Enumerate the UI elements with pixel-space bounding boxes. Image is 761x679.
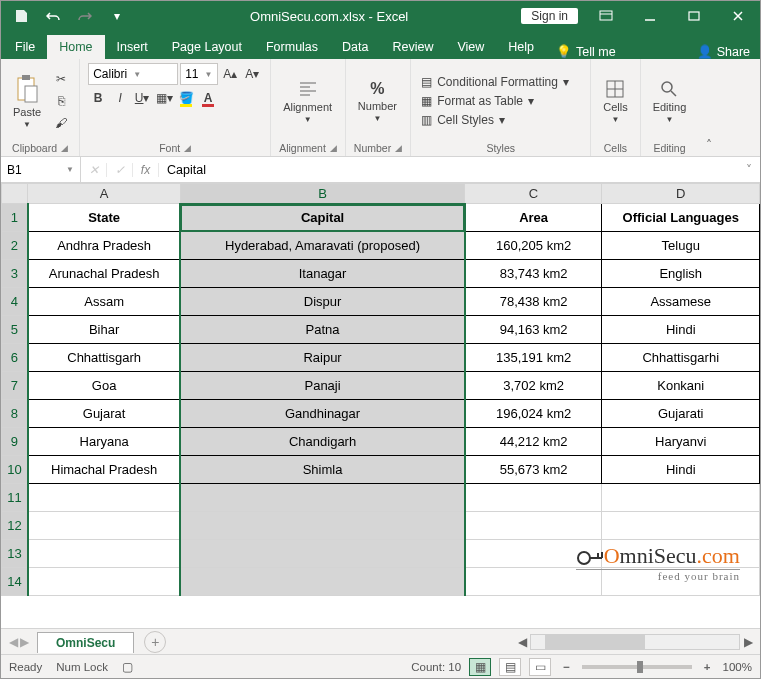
cell-B14[interactable] <box>180 568 465 596</box>
redo-icon[interactable] <box>71 2 99 30</box>
cell-B10[interactable]: Shimla <box>180 456 465 484</box>
cell-A11[interactable] <box>28 484 180 512</box>
font-color-button[interactable]: A <box>198 88 218 108</box>
number-dialog-icon[interactable]: ◢ <box>395 143 402 153</box>
cell-C9[interactable]: 44,212 km2 <box>465 428 602 456</box>
collapse-ribbon-icon[interactable]: ˄ <box>698 59 720 156</box>
row-header-3[interactable]: 3 <box>2 260 28 288</box>
zoom-in-button[interactable]: + <box>700 661 715 673</box>
tab-formulas[interactable]: Formulas <box>254 35 330 59</box>
fill-color-button[interactable]: 🪣 <box>176 88 196 108</box>
cell-D8[interactable]: Gujarati <box>602 400 760 428</box>
alignment-button[interactable]: Alignment▼ <box>279 75 336 128</box>
new-sheet-button[interactable]: + <box>144 631 166 653</box>
cell-D11[interactable] <box>602 484 760 512</box>
row-header-8[interactable]: 8 <box>2 400 28 428</box>
formula-input[interactable]: Capital <box>159 157 738 182</box>
font-name-select[interactable]: Calibri▼ <box>88 63 178 85</box>
col-header-A[interactable]: A <box>28 184 180 204</box>
col-header-D[interactable]: D <box>602 184 760 204</box>
sign-in-button[interactable]: Sign in <box>521 8 578 24</box>
cell-A5[interactable]: Bihar <box>28 316 180 344</box>
conditional-formatting-button[interactable]: ▤Conditional Formatting▾ <box>419 74 571 90</box>
cell-A14[interactable] <box>28 568 180 596</box>
bold-button[interactable]: B <box>88 88 108 108</box>
cell-A13[interactable] <box>28 540 180 568</box>
cell-B4[interactable]: Dispur <box>180 288 465 316</box>
scroll-right-icon[interactable]: ▶ <box>740 634 756 650</box>
row-header-12[interactable]: 12 <box>2 512 28 540</box>
cell-B13[interactable] <box>180 540 465 568</box>
cell-D14[interactable] <box>602 568 760 596</box>
undo-icon[interactable] <box>39 2 67 30</box>
cell-C1[interactable]: Area <box>465 204 602 232</box>
row-header-6[interactable]: 6 <box>2 344 28 372</box>
format-as-table-button[interactable]: ▦Format as Table▾ <box>419 93 571 109</box>
copy-button[interactable]: ⎘ <box>51 91 71 111</box>
cell-C7[interactable]: 3,702 km2 <box>465 372 602 400</box>
increase-font-icon[interactable]: A▴ <box>220 64 240 84</box>
font-size-select[interactable]: 11▼ <box>180 63 218 85</box>
worksheet-grid[interactable]: ABCD1StateCapitalAreaOfficial Languages2… <box>1 183 760 628</box>
number-button[interactable]: %Number▼ <box>354 76 401 127</box>
tab-view[interactable]: View <box>445 35 496 59</box>
clipboard-dialog-icon[interactable]: ◢ <box>61 143 68 153</box>
row-header-13[interactable]: 13 <box>2 540 28 568</box>
cell-A7[interactable]: Goa <box>28 372 180 400</box>
cell-C11[interactable] <box>465 484 602 512</box>
enter-formula-icon[interactable]: ✓ <box>107 163 133 177</box>
cell-D12[interactable] <box>602 512 760 540</box>
tell-me-button[interactable]: 💡Tell me <box>546 44 626 59</box>
scroll-thumb[interactable] <box>545 635 645 649</box>
minimize-button[interactable] <box>628 1 672 31</box>
cells-button[interactable]: Cells▼ <box>599 75 631 128</box>
row-header-2[interactable]: 2 <box>2 232 28 260</box>
tab-file[interactable]: File <box>3 35 47 59</box>
tab-help[interactable]: Help <box>496 35 546 59</box>
normal-view-button[interactable]: ▦ <box>469 658 491 676</box>
expand-formula-icon[interactable]: ˅ <box>738 157 760 182</box>
italic-button[interactable]: I <box>110 88 130 108</box>
ribbon-display-icon[interactable] <box>584 1 628 31</box>
col-header-B[interactable]: B <box>180 184 465 204</box>
row-header-4[interactable]: 4 <box>2 288 28 316</box>
cell-B8[interactable]: Gandhinagar <box>180 400 465 428</box>
sheet-tab-omnisecu[interactable]: OmniSecu <box>37 632 134 653</box>
name-box[interactable]: B1▼ <box>1 157 81 182</box>
tab-insert[interactable]: Insert <box>105 35 160 59</box>
cell-C14[interactable] <box>465 568 602 596</box>
cell-B9[interactable]: Chandigarh <box>180 428 465 456</box>
cell-A3[interactable]: Arunachal Pradesh <box>28 260 180 288</box>
cell-B7[interactable]: Panaji <box>180 372 465 400</box>
macro-record-icon[interactable]: ▢ <box>122 660 133 674</box>
row-header-14[interactable]: 14 <box>2 568 28 596</box>
alignment-dialog-icon[interactable]: ◢ <box>330 143 337 153</box>
cell-B6[interactable]: Raipur <box>180 344 465 372</box>
cell-D5[interactable]: Hindi <box>602 316 760 344</box>
close-button[interactable] <box>716 1 760 31</box>
scroll-track[interactable] <box>530 634 740 650</box>
borders-button[interactable]: ▦▾ <box>154 88 174 108</box>
cell-B11[interactable] <box>180 484 465 512</box>
cell-A2[interactable]: Andhra Pradesh <box>28 232 180 260</box>
tab-page-layout[interactable]: Page Layout <box>160 35 254 59</box>
maximize-button[interactable] <box>672 1 716 31</box>
row-header-5[interactable]: 5 <box>2 316 28 344</box>
scroll-left-icon[interactable]: ◀ <box>514 634 530 650</box>
cancel-formula-icon[interactable]: ✕ <box>81 163 107 177</box>
cell-C13[interactable] <box>465 540 602 568</box>
cell-D7[interactable]: Konkani <box>602 372 760 400</box>
sheet-next-icon[interactable]: ▶ <box>20 635 29 649</box>
row-header-7[interactable]: 7 <box>2 372 28 400</box>
cell-C8[interactable]: 196,024 km2 <box>465 400 602 428</box>
cell-D4[interactable]: Assamese <box>602 288 760 316</box>
cell-A1[interactable]: State <box>28 204 180 232</box>
paste-button[interactable]: Paste ▼ <box>9 70 45 133</box>
format-painter-button[interactable]: 🖌 <box>51 113 71 133</box>
cell-B5[interactable]: Patna <box>180 316 465 344</box>
cell-C4[interactable]: 78,438 km2 <box>465 288 602 316</box>
row-header-11[interactable]: 11 <box>2 484 28 512</box>
row-header-1[interactable]: 1 <box>2 204 28 232</box>
font-dialog-icon[interactable]: ◢ <box>184 143 191 153</box>
cell-A9[interactable]: Haryana <box>28 428 180 456</box>
